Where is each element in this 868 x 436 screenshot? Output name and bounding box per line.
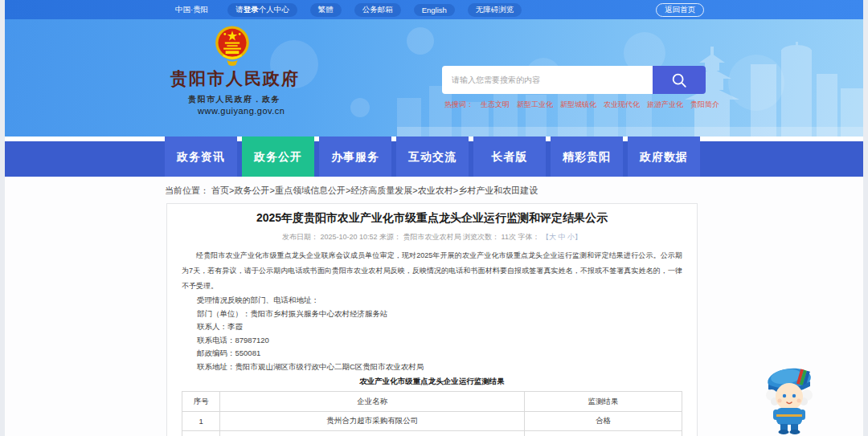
- nav-tab-zhengwu-zixun[interactable]: 政务资讯: [165, 137, 237, 177]
- font-size-selector[interactable]: 【大 中 小】: [542, 233, 582, 241]
- topbar-mail-link[interactable]: 公务邮箱: [354, 3, 401, 17]
- search-bar: [442, 66, 706, 94]
- national-emblem-icon: [212, 24, 252, 72]
- assistant-mascot-icon[interactable]: [757, 361, 821, 435]
- topbar-region-link[interactable]: 中国·贵阳: [175, 5, 208, 15]
- search-input[interactable]: [442, 66, 653, 94]
- site-url: www.guiyang.gov.cn: [198, 106, 285, 116]
- site-title: 贵阳市人民政府: [170, 67, 300, 90]
- login-suffix: 个人中心: [259, 5, 289, 14]
- breadcrumb-label: 当前位置：: [165, 185, 209, 195]
- table-row: 1 贵州合力超市采购有限公司 合格: [182, 412, 682, 431]
- hot-word-link[interactable]: 农业现代化: [604, 100, 640, 110]
- hot-search-label: 热搜词：: [444, 100, 473, 110]
- content-area: 当前位置： 首页>政务公开>重点领域信息公开>经济高质量发展>农业农村>乡村产业…: [5, 177, 863, 436]
- search-icon: [670, 71, 688, 89]
- table-row: 2 贵州友禾种业有限公司 合格: [182, 431, 682, 436]
- article-title: 2025年度贵阳市农业产业化市级重点龙头企业运行监测和评定结果公示: [182, 210, 682, 225]
- site-container: 中国·贵阳 请登录个人中心 繁體 公务邮箱 English 无障碍浏览 返回首页: [5, 0, 863, 436]
- col-header-index: 序号: [182, 392, 220, 412]
- article-paragraph: 经贵阳市农业产业化市级重点龙头企业联席会议成员单位审定，现对2025年开展的农业…: [182, 248, 682, 294]
- back-home-button[interactable]: 返回首页: [656, 3, 704, 17]
- login-prefix: 请: [235, 5, 244, 14]
- article-meta: 发布日期： 2025-10-20 10:52 来源： 贵阳市农业农村局 浏览次数…: [182, 232, 682, 242]
- nav-tab-zhangzheban[interactable]: 长者版: [473, 137, 546, 177]
- hot-word-link[interactable]: 生态文明: [481, 100, 510, 110]
- contact-line: 联系地址：贵阳市观山湖区市级行政中心二期C区贵阳市农业农村局: [182, 361, 682, 374]
- contact-line: 受理情况反映的部门、电话和地址：: [182, 294, 682, 308]
- topbar: 中国·贵阳 请登录个人中心 繁體 公务邮箱 English 无障碍浏览 返回首页: [5, 0, 863, 19]
- col-header-result: 监测结果: [525, 392, 682, 412]
- hot-word-link[interactable]: 贵阳简介: [690, 100, 719, 110]
- hot-word-link[interactable]: 新型城镇化: [560, 100, 596, 110]
- contact-line: 部门（单位）：贵阳市乡村振兴服务中心农村经济服务站: [182, 308, 682, 321]
- bokeh-circle: [350, 98, 370, 117]
- breadcrumb-path[interactable]: 首页>政务公开>重点领域信息公开>经济高质量发展>农业农村>乡村产业和农田建设: [211, 185, 538, 195]
- table-title: 农业产业化市级重点龙头企业运行监测结果: [182, 377, 682, 387]
- cell-index: 2: [182, 431, 220, 436]
- contact-line: 邮政编码：550081: [182, 347, 682, 361]
- cell-company: 贵州合力超市采购有限公司: [220, 412, 525, 431]
- monitoring-result-table: 序号 企业名称 监测结果 1 贵州合力超市采购有限公司 合格 2 贵州友禾种业有…: [182, 391, 682, 436]
- cell-result: 合格: [525, 412, 682, 431]
- nav-tab-zhengwu-gongkai[interactable]: 政务公开: [242, 137, 314, 177]
- col-header-company: 企业名称: [220, 392, 525, 412]
- cell-company: 贵州友禾种业有限公司: [220, 431, 525, 436]
- hot-search-row: 热搜词： 生态文明 新型工业化 新型城镇化 农业现代化 旅游产业化 贵阳简介: [444, 100, 719, 110]
- main-nav: 政务资讯 政务公开 办事服务 互动交流 长者版 精彩贵阳 政府数据: [5, 137, 863, 177]
- nav-tab-hudong-jiaoliu[interactable]: 互动交流: [396, 137, 469, 177]
- table-header-row: 序号 企业名称 监测结果: [182, 392, 682, 412]
- contact-line: 联系电话：87987120: [182, 334, 682, 348]
- breadcrumb: 当前位置： 首页>政务公开>重点领域信息公开>经济高质量发展>农业农村>乡村产业…: [165, 185, 538, 197]
- contact-line: 联系人：李霞: [182, 320, 682, 334]
- topbar-login-link[interactable]: 请登录个人中心: [227, 3, 297, 17]
- article-card: 2025年度贵阳市农业产业化市级重点龙头企业运行监测和评定结果公示 发布日期： …: [166, 203, 698, 436]
- cell-result: 合格: [525, 431, 682, 436]
- hot-word-link[interactable]: 旅游产业化: [647, 100, 683, 110]
- hot-word-link[interactable]: 新型工业化: [517, 100, 553, 110]
- login-bold: 登录: [244, 5, 259, 14]
- nav-tab-banshi-fuwu[interactable]: 办事服务: [319, 137, 391, 177]
- site-subtitle: 贵阳市人民政府．政务: [188, 94, 280, 105]
- cell-index: 1: [182, 412, 220, 431]
- nav-tab-jingcai-guiyang[interactable]: 精彩贵阳: [551, 137, 623, 177]
- topbar-english-link[interactable]: English: [414, 4, 455, 16]
- banner: 贵阳市人民政府 贵阳市人民政府．政务 www.guiyang.gov.cn 热搜…: [5, 19, 863, 137]
- nav-tab-zhengfu-shuju[interactable]: 政府数据: [628, 137, 700, 177]
- search-button[interactable]: [653, 66, 706, 94]
- topbar-traditional-link[interactable]: 繁體: [310, 3, 342, 17]
- article-meta-text: 发布日期： 2025-10-20 10:52 来源： 贵阳市农业农村局 浏览次数…: [282, 233, 539, 241]
- topbar-accessibility-link[interactable]: 无障碍浏览: [468, 3, 522, 17]
